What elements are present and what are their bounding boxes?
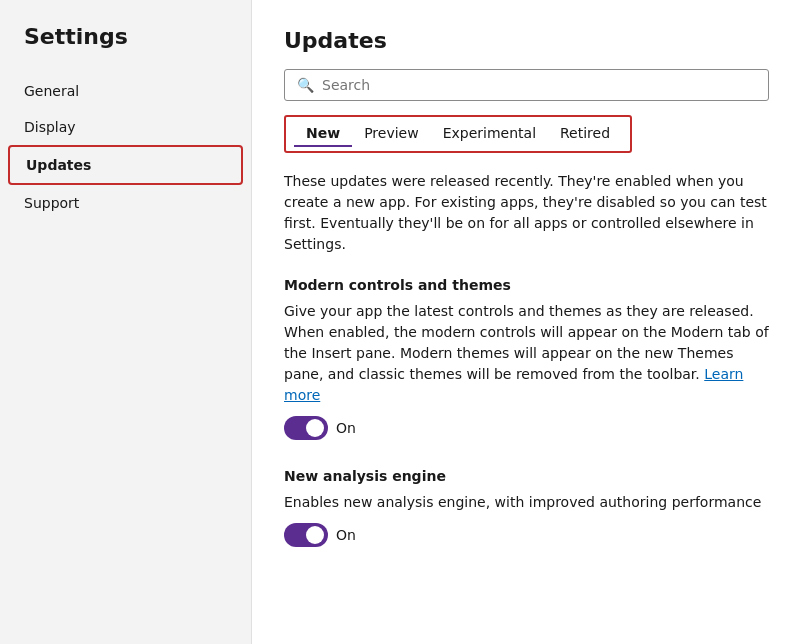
search-box[interactable]: 🔍 bbox=[284, 69, 769, 101]
feature-desc-analysis-engine: Enables new analysis engine, with improv… bbox=[284, 492, 769, 513]
search-input[interactable] bbox=[322, 77, 756, 93]
feature-analysis-engine: New analysis engine Enables new analysis… bbox=[284, 468, 769, 547]
sidebar: Settings General Display Updates Support bbox=[0, 0, 252, 644]
toggle-modern-controls[interactable] bbox=[284, 416, 328, 440]
toggle-row-analysis-engine: On bbox=[284, 523, 769, 547]
sidebar-item-general[interactable]: General bbox=[0, 73, 251, 109]
feature-desc-modern-controls: Give your app the latest controls and th… bbox=[284, 301, 769, 406]
sidebar-item-display[interactable]: Display bbox=[0, 109, 251, 145]
tab-retired[interactable]: Retired bbox=[548, 121, 622, 147]
tab-experimental[interactable]: Experimental bbox=[431, 121, 548, 147]
page-title: Updates bbox=[284, 28, 769, 53]
feature-title-analysis-engine: New analysis engine bbox=[284, 468, 769, 484]
app-title: Settings bbox=[0, 24, 251, 73]
feature-title-modern-controls: Modern controls and themes bbox=[284, 277, 769, 293]
main-content: Updates 🔍 New Preview Experimental Retir… bbox=[252, 0, 801, 644]
toggle-analysis-engine[interactable] bbox=[284, 523, 328, 547]
toggle-thumb-2 bbox=[306, 526, 324, 544]
tab-preview[interactable]: Preview bbox=[352, 121, 431, 147]
toggle-label-modern-controls: On bbox=[336, 420, 356, 436]
toggle-label-analysis-engine: On bbox=[336, 527, 356, 543]
search-icon: 🔍 bbox=[297, 77, 314, 93]
updates-description: These updates were released recently. Th… bbox=[284, 171, 769, 255]
tabs-container: New Preview Experimental Retired bbox=[284, 115, 632, 153]
tab-new[interactable]: New bbox=[294, 121, 352, 147]
feature-modern-controls: Modern controls and themes Give your app… bbox=[284, 277, 769, 440]
sidebar-item-updates[interactable]: Updates bbox=[8, 145, 243, 185]
toggle-row-modern-controls: On bbox=[284, 416, 769, 440]
sidebar-item-support[interactable]: Support bbox=[0, 185, 251, 221]
toggle-thumb bbox=[306, 419, 324, 437]
